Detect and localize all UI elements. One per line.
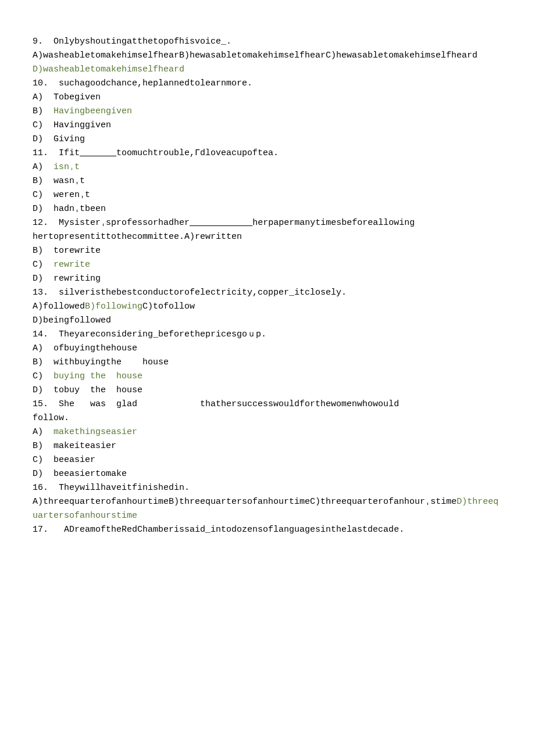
q15-option-c: C)beeasier — [33, 453, 502, 467]
q16-stem-text: Theywillhaveitfinishedin. — [59, 483, 190, 493]
q17-num: 17. — [33, 525, 48, 535]
q12-b-text: torewrite — [54, 246, 101, 256]
label-a: A) — [33, 425, 54, 439]
label-d: D) — [33, 202, 54, 216]
label-c: C) — [33, 453, 54, 467]
q11-option-c: C)werenˌt — [33, 188, 502, 202]
q12-stem-a: Mysisterˌsprofessorhadher — [59, 218, 190, 228]
q9-stem: 9. Onlybyshoutingatthetopofhisvoice_. — [33, 35, 502, 49]
q13-option-d: D)beingfollowed — [33, 314, 502, 328]
q12-stem-b: herpapermanytimesbeforeallowing — [252, 218, 415, 228]
label-a: A) — [33, 160, 54, 174]
q9-stem-text: Onlybyshoutingatthetopofhisvoice_. — [54, 37, 231, 46]
q9-option-d: D)washeabletomakehimselfheard — [33, 63, 502, 77]
q11-stem-b: toomuchtrouble,Γdloveacupoftea. — [116, 148, 279, 158]
label-c: C) — [33, 119, 54, 132]
q15-d-text: beeasiertomake — [54, 469, 127, 479]
q15-stem-line2: follow. — [33, 411, 502, 425]
q10-a-text: Tobegiven — [54, 92, 101, 102]
q11-option-a: A)isnˌt — [33, 160, 502, 174]
q13-opt-d: D)beingfollowed — [33, 316, 111, 325]
q12-d-text: rewriting — [54, 274, 101, 284]
q14-d-text: tobuy the house — [54, 385, 142, 395]
label-d: D) — [33, 384, 54, 397]
q17-stem-text: ADreamoftheRedChamberissaid_intodozensof… — [59, 525, 404, 535]
q12-blank: ____________ — [190, 218, 252, 228]
label-c: C) — [33, 370, 54, 384]
label-c: C) — [33, 188, 54, 202]
q12-stem-line2: hertopresentittothecommittee.A)rewritten — [33, 230, 502, 244]
q10-c-text: Havinggiven — [54, 120, 111, 130]
label-a: A) — [33, 91, 54, 105]
q14-option-c: C)buying the house — [33, 370, 502, 384]
q10-option-a: A)Tobegiven — [33, 91, 502, 105]
q14-stem: 14. Theyareconsidering_beforethepricesgo… — [33, 328, 502, 342]
q13-opt-b: B)following — [85, 302, 142, 311]
label-d: D) — [33, 467, 54, 481]
q13-num: 13. — [33, 288, 48, 298]
q15-a-text: makethingseasier — [54, 427, 137, 437]
q14-b-text: withbuyingthe house — [54, 357, 169, 367]
q14-option-a: A)ofbuyingthehouse — [33, 342, 502, 356]
q12-num: 12. — [33, 218, 48, 228]
document-page: 9. Onlybyshoutingatthetopofhisvoice_. A)… — [0, 0, 535, 756]
q11-blank: _______ — [80, 148, 116, 158]
q12-stem-line1: 12. Mysisterˌsprofessorhadher___________… — [33, 216, 502, 230]
label-a: A) — [33, 342, 54, 356]
q10-stem-text: suchagoodchance,heplannedtolearnmore. — [59, 78, 252, 88]
q13-options-line1: A)followedB)followingC)tofollow — [33, 300, 502, 314]
q9-num: 9. — [33, 37, 43, 46]
label-b: B) — [33, 439, 54, 453]
q13-stem: 13. silveristhebestconductorofelectricit… — [33, 286, 502, 300]
q14-a-text: ofbuyingthehouse — [54, 343, 137, 353]
q15-stem-a: She was glad thathersuccesswouldforthewo… — [59, 399, 399, 409]
q12-option-d: D)rewriting — [33, 272, 502, 286]
q15-option-a: A)makethingseasier — [33, 425, 502, 439]
label-c: C) — [33, 258, 54, 272]
label-b: B) — [33, 174, 54, 188]
q16-opts-abc: A)threequarterofanhourtimeB)threequarter… — [33, 497, 456, 507]
q15-stem-line1: 15. She was glad thathersuccesswouldfort… — [33, 397, 502, 411]
q10-b-text: Havingbeengiven — [54, 106, 132, 116]
q11-option-d: D)hadnˌtbeen — [33, 202, 502, 216]
q15-stem-b: follow. — [33, 413, 69, 423]
q11-b-text: wasnˌt — [54, 176, 85, 186]
q9-opts-abc: A)washeabletomakehimselfhearB)hewasablet… — [33, 51, 477, 60]
q11-option-b: B)wasnˌt — [33, 174, 502, 188]
q13-opt-a: A)followed — [33, 302, 85, 311]
q9-options-line1: A)washeabletomakehimselfhearB)hewasablet… — [33, 49, 502, 63]
q12-option-c: C)rewrite — [33, 258, 502, 272]
q11-a-text: isnˌt — [54, 162, 80, 172]
q10-stem: 10. suchagoodchance,heplannedtolearnmore… — [33, 77, 502, 91]
q17-stem: 17. ADreamoftheRedChamberissaid_intodoze… — [33, 523, 502, 537]
q15-option-b: B)makeiteasier — [33, 439, 502, 453]
q12-stem-c: hertopresentittothecommittee.A)rewritten — [33, 232, 242, 242]
q14-num: 14. — [33, 329, 48, 339]
q14-option-d: D)tobuy the house — [33, 384, 502, 397]
q12-c-text: rewrite — [54, 260, 90, 270]
q15-b-text: makeiteasier — [54, 441, 116, 451]
q10-option-b: B)Havingbeengiven — [33, 105, 502, 119]
q10-option-c: C)Havinggiven — [33, 119, 502, 132]
q15-option-d: D)beeasiertomake — [33, 467, 502, 481]
q9-opt-d-text: D)washeabletomakehimselfheard — [33, 65, 184, 74]
label-b: B) — [33, 356, 54, 370]
label-b: B) — [33, 244, 54, 258]
q16-stem: 16. Theywillhaveitfinishedin. — [33, 481, 502, 495]
q11-stem-a: Ifit — [59, 148, 80, 158]
q11-d-text: hadnˌtbeen — [54, 204, 106, 214]
q14-option-b: B)withbuyingthe house — [33, 356, 502, 370]
label-d: D) — [33, 272, 54, 286]
q14-c-text: buying the house — [54, 371, 142, 381]
q14-stem-text: Theyareconsidering_beforethepricesgoｕp. — [59, 329, 266, 339]
q11-stem: 11. Ifit_______toomuchtrouble,Γdloveacup… — [33, 146, 502, 160]
q13-opt-c: C)tofollow — [142, 302, 195, 311]
q16-options-line1: A)threequarterofanhourtimeB)threequarter… — [33, 495, 502, 523]
q11-num: 11. — [33, 148, 48, 158]
q15-num: 15. — [33, 399, 48, 409]
q11-c-text: werenˌt — [54, 190, 90, 200]
q10-num: 10. — [33, 78, 48, 88]
q13-stem-text: silveristhebestconductorofelectricity,co… — [59, 288, 347, 298]
q10-option-d: D)Giving — [33, 132, 502, 146]
q10-d-text: Giving — [54, 134, 85, 144]
